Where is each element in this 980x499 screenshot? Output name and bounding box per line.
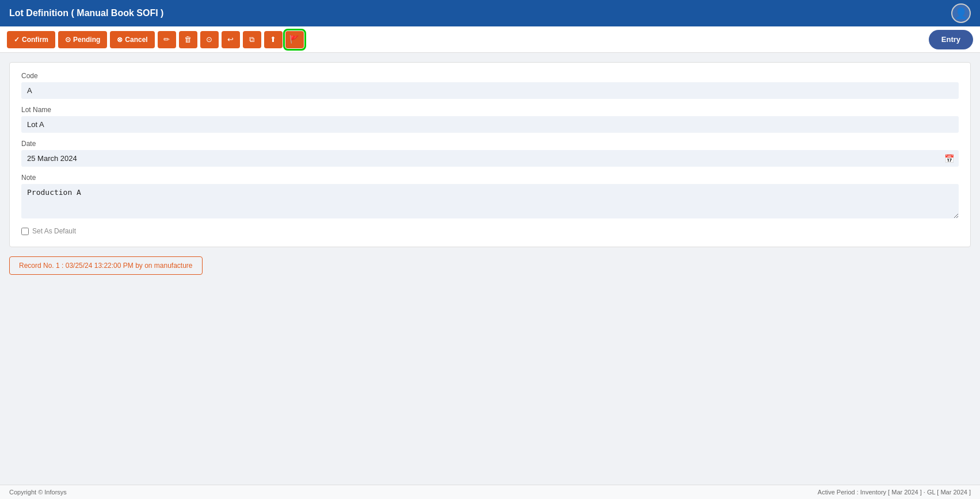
note-group: Note [21,174,959,220]
date-row: 📅 [21,150,959,167]
set-default-checkbox[interactable] [21,228,29,235]
copyright-text: Copyright © Inforsys [9,489,67,496]
entry-button[interactable]: Entry [929,30,973,49]
flag-button[interactable]: 🚩 [285,31,304,48]
lot-name-input[interactable] [21,116,959,133]
cancel-button[interactable]: ⊗ Cancel [110,31,154,48]
undo-button[interactable]: ↩ [222,31,240,48]
form-card: Code Lot Name Date 📅 Note Set As Default [9,62,971,247]
delete-icon: 🗑 [184,35,192,44]
cancel-label: Cancel [125,36,147,44]
confirm-button[interactable]: ✓ Confirm [7,31,55,48]
flag-icon: 🚩 [289,35,299,44]
pending-button[interactable]: ⊙ Pending [58,31,107,48]
delete-button[interactable]: 🗑 [179,31,197,48]
upload-icon: ⬆ [270,35,276,44]
upload-button[interactable]: ⬆ [264,31,283,48]
date-label: Date [21,140,959,148]
set-default-row: Set As Default [21,227,959,235]
clock-button[interactable]: ⊙ [200,31,219,48]
toolbar-right: Entry [929,30,973,49]
code-label: Code [21,72,959,80]
lot-name-group: Lot Name [21,106,959,133]
record-badge: Record No. 1 : 03/25/24 13:22:00 PM by o… [9,256,203,275]
copy-button[interactable]: ⧉ [243,31,261,48]
code-input[interactable] [21,82,959,99]
app-header: Lot Definition ( Manual Book SOFI ) 👤 [0,0,980,26]
pending-label: Pending [73,36,100,44]
user-avatar[interactable]: 👤 [951,3,971,23]
main-content: Code Lot Name Date 📅 Note Set As Default… [0,53,980,485]
date-input[interactable] [21,150,940,167]
avatar-icon: 👤 [955,7,967,20]
pending-icon: ⊙ [65,36,71,44]
page-title: Lot Definition ( Manual Book SOFI ) [9,8,163,18]
active-period-text: Active Period : Inventory [ Mar 2024 ] ·… [818,489,971,496]
edit-icon: ✏ [163,35,170,44]
calendar-icon[interactable]: 📅 [940,154,959,163]
undo-icon: ↩ [227,35,234,44]
code-group: Code [21,72,959,99]
record-text: Record No. 1 : 03/25/24 13:22:00 PM by o… [19,262,193,270]
date-group: Date 📅 [21,140,959,167]
cancel-icon: ⊗ [117,36,123,44]
note-textarea[interactable] [21,184,959,218]
footer: Copyright © Inforsys Active Period : Inv… [0,485,980,499]
entry-label: Entry [941,35,960,44]
set-default-label: Set As Default [32,227,76,235]
copy-icon: ⧉ [249,35,254,44]
edit-button[interactable]: ✏ [158,31,176,48]
note-label: Note [21,174,959,182]
confirm-label: Confirm [22,36,48,44]
clock-icon: ⊙ [206,35,212,44]
confirm-check-icon: ✓ [14,36,20,44]
toolbar: ✓ Confirm ⊙ Pending ⊗ Cancel ✏ 🗑 ⊙ ↩ ⧉ ⬆ [0,26,980,53]
toolbar-left: ✓ Confirm ⊙ Pending ⊗ Cancel ✏ 🗑 ⊙ ↩ ⧉ ⬆ [7,31,304,48]
lot-name-label: Lot Name [21,106,959,114]
